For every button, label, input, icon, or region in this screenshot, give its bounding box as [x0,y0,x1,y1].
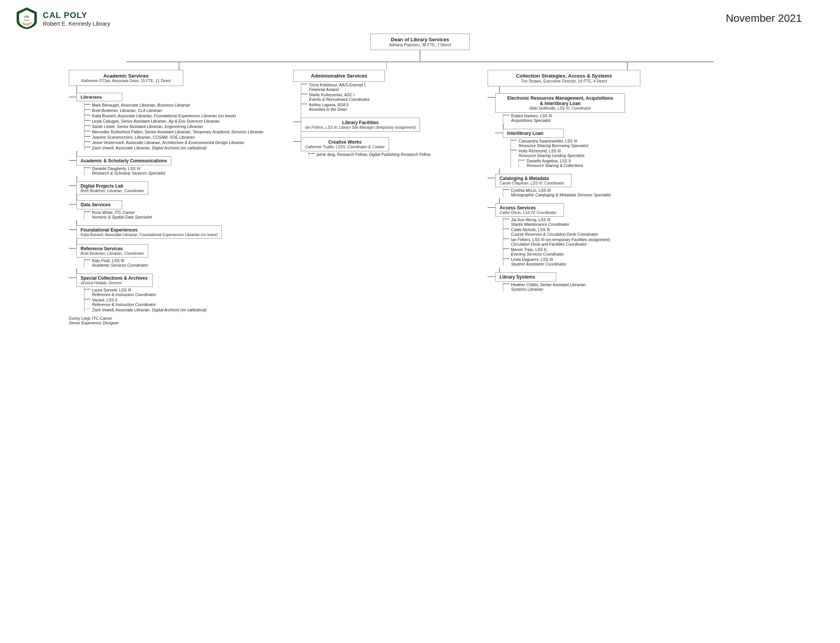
erma-horiz [488,97,495,98]
librarians-box-title: Librarians [81,95,118,100]
cataloging-box-title: Cataloging & Metadata [500,176,567,181]
ill-sub-staff-1: Danielle Angelina, LSS IIResource Sharin… [519,158,588,168]
reference-box: Reference Services Brett Bodemer, Librar… [77,244,148,258]
right-drop-line [627,62,628,70]
as-vert6 [77,239,77,244]
librarians-block: Librarians Mark Bieraugel, Associate Lib… [77,93,286,151]
digital-horiz [69,185,77,186]
ill-box-title: Interlibrary Loan [507,131,560,136]
illsub1-text: Danielle Angelina, LSS IIResource Sharin… [526,158,583,168]
data-staff-1: Russ White, ITC-CareerNumeric & Spatial … [85,210,152,219]
mid-column: Administrative Services Tricia Kobielusz… [290,70,484,157]
collection-strategies-title: Collection Strategies, Access & Systems [494,73,634,79]
creative-horiz [293,141,301,142]
admin-staff-3: Ashley Laguna, ASA IIAssistant to the De… [301,103,480,111]
erma1-dash-icon [503,113,511,115]
right-vert3 [499,198,500,203]
left-vert-drop [69,62,290,70]
collection-strategies-sub: Tim Strawn, Executive Director, 14 FTE, … [494,79,634,83]
librarians-list: Mark Bieraugel, Associate Librarian, Bus… [84,103,286,150]
librarian-5: Sarah Lester, Senior Assistant Librarian… [85,124,286,129]
acc4-dash-icon [503,247,511,249]
cat-staff-1: Cynthia McLin, LSS IIIMonographic Catalo… [503,188,610,197]
lib2-text: Brett Bodemer, Librarian, CLA Librarian [92,108,162,113]
access-staff-2: Caleb Nichols, LSS IIICourse Reserves & … [503,227,610,237]
cal-poly-logo-icon: CAL POLY [15,7,38,30]
asc-staff-list: Danielle Daugherty, LSS IVResearch & Sch… [84,166,171,175]
facilities-box-title: Library Facilities [305,120,416,125]
erma-box-sub: Nikki DeMoville, LSS IV, Coordinator [500,106,620,110]
lib-horiz [69,97,77,98]
reference-group: Reference Services Brett Bodemer, Librar… [69,244,286,268]
data-group: Data Services Russ White, ITC-CareerNume… [69,200,286,220]
library-systems-group: Library Systems Heather Cribbs, Senior A… [488,273,771,292]
admin-top-staff: Tricia Kobielusz, AA/S-Exempt I,Financia… [301,83,480,111]
sp1-dash-icon [85,288,92,290]
reference-box-title: Reference Services [81,246,144,251]
lib9-dash-icon [85,145,92,147]
reference-staff-list: Katy Fluitt, LSS IIIAcademic Services Co… [84,258,148,268]
as-vert3 [77,176,77,181]
acc5-text: Linda Daguerre, LSS IIIStudent Assistant… [511,257,566,266]
erma-staff-list: Robert Harkins, LSS IIIAcquisitions Spec… [503,113,625,122]
special-horiz [69,277,77,278]
academic-services-box: Academic Services Katherine O'Clair, Ass… [69,70,183,86]
ls-staff-1: Heather Cribbs, Senior Assistant Librari… [503,282,586,292]
librarian-9: Zach Vowell, Associate Librarian, Digita… [85,145,286,150]
collection-strategies-box: Collection Strategies, Access & Systems … [488,70,640,86]
data1-text: Russ White, ITC-CareerNumeric & Spatial … [92,210,152,219]
reference-horiz [69,248,77,249]
cataloging-box-sub: Carole Chapman, LSS IV, Coordinator [500,181,567,185]
data-box: Data Services [77,200,122,209]
horiz-line [126,62,714,62]
access-staff-4: Marvin Trejo, LSS II,Evening Services Co… [503,247,610,256]
foundational-block: Foundational Experiences Kaila Bussert, … [77,225,222,239]
digital-box: Digital Projects Lab Brett Bodemer, Libr… [77,181,148,195]
librarian-7: Jeanine Scaramozzino, Librarian, COSAM, … [85,135,286,139]
access-box-title: Access Services [500,205,560,211]
lib9-text: Zach Vowell, Associate Librarian, Digita… [92,145,207,150]
ill-block: Interlibrary Loan Cassandra Swartzwelder… [503,129,588,168]
ill2-dash-icon [511,149,519,150]
mid-vert2 [301,132,302,137]
cataloging-block: Cataloging & Metadata Carole Chapman, LS… [495,174,610,198]
erma-vert1 [503,123,504,129]
access-staff-list: Jia-Xun Wong, LSS IIIStacks Maintenance … [503,217,610,266]
ls1-text: Heather Cribbs, Senior Assistant Librari… [511,282,586,292]
cataloging-staff-list: Cynthia McLin, LSS IIIMonographic Catalo… [503,188,610,197]
acc1-text: Jia-Xun Wong, LSS IIIStacks Maintenance … [511,217,569,227]
admin-services-title: Administrative Services [300,73,378,79]
erma-box-title: Electronic Resources Management, Acquisi… [500,96,620,106]
creative-group: Creative Works Catherine Trujillo, LSSV,… [293,137,480,157]
admin-services-box: Administrative Services [293,70,385,82]
adm3-dash-icon [301,103,309,104]
librarians-group: Librarians Mark Bieraugel, Associate Lib… [69,93,286,151]
erma-block: Electronic Resources Management, Acquisi… [495,93,625,168]
data1-dash-icon [85,210,92,212]
mid-vert1 [301,112,302,118]
librarian-8: Jesse Vestermark, Associate Librarian, A… [85,140,286,145]
academic-services-sub: Katherine O'Clair, Associate Dean, 15 FT… [75,79,177,83]
ref1-dash-icon [85,258,92,260]
cr1-dash-icon [309,152,316,154]
lib6-text: Mercedes Rutherford-Patten, Senior Assis… [92,129,264,134]
creative-box: Creative Works Catherine Trujillo, LSSV,… [301,137,389,151]
ill-staff-list: Cassandra Swartzwelder, LSS IIIResource … [511,139,588,168]
page-date: November 2021 [726,12,802,24]
ill1-text: Cassandra Swartzwelder, LSS IIIResource … [519,139,588,148]
special-staff-1: Laura Sorvetti, LSS IIIReference & Instr… [85,288,207,297]
access-staff-5: Linda Daguerre, LSS IIIStudent Assistant… [503,257,610,266]
foundational-box-sub: Kaila Bussert, Associate Librarian, Foun… [81,233,218,237]
left-column: Academic Services Katherine O'Clair, Ass… [69,70,290,325]
as-vert4 [77,195,77,200]
librarian-2: Brett Bodemer, Librarian, CLA Librarian [85,108,286,113]
asc-box: Academic & Scholarly Communications [77,156,171,165]
special-box-sub: Jessica Holada, Director [81,281,148,285]
data-staff-list: Russ White, ITC-CareerNumeric & Spatial … [84,210,152,219]
lib7-dash-icon [85,135,92,137]
asc-box-title: Academic & Scholarly Communications [81,158,167,163]
acc3-dash-icon [503,237,511,239]
creative-staff-1: jaime ding, Research Fellow, Digital Pub… [309,152,431,157]
right-vert-drop [483,62,771,70]
special-staff-list: Laura Sorvetti, LSS IIIReference & Instr… [84,288,207,312]
